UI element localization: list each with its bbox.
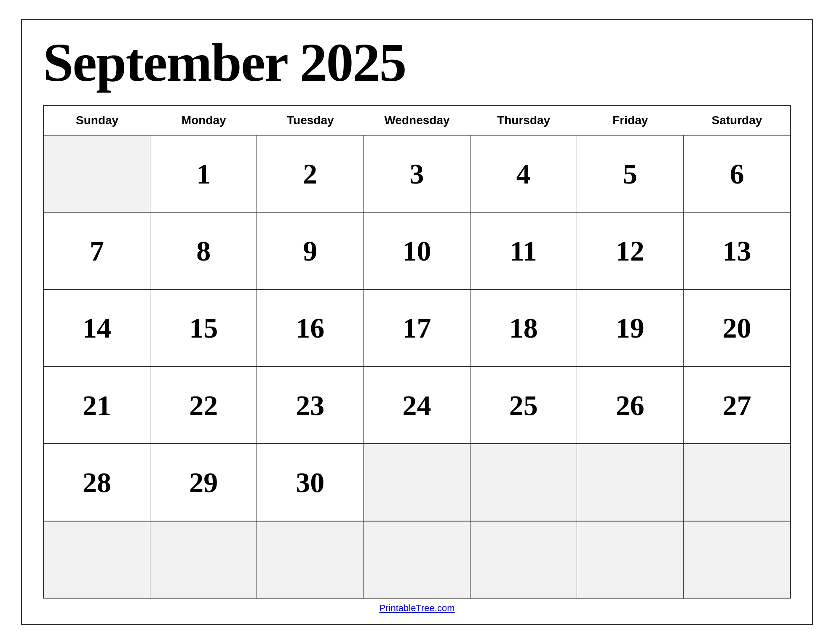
day-cell-2-6: 20 — [684, 290, 790, 366]
footer: PrintableTree.com — [43, 599, 791, 616]
day-header-thursday: Thursday — [470, 110, 577, 130]
day-cell-5-3 — [364, 522, 470, 598]
day-cell-3-5: 26 — [577, 367, 684, 443]
day-cell-2-5: 19 — [577, 290, 684, 366]
day-number-29: 29 — [159, 450, 248, 514]
day-number-27: 27 — [692, 373, 782, 437]
week-row-1: 123456 — [44, 135, 790, 212]
day-number-2: 2 — [265, 142, 355, 205]
day-cell-4-1: 29 — [150, 444, 257, 520]
day-number-9: 9 — [265, 219, 355, 282]
day-number-10: 10 — [372, 219, 461, 282]
day-header-friday: Friday — [577, 110, 684, 130]
week-row-2: 78910111213 — [44, 212, 790, 289]
day-number-24: 24 — [372, 373, 461, 437]
day-cell-4-5 — [577, 444, 684, 520]
day-number-6: 6 — [692, 142, 782, 205]
day-number-19: 19 — [585, 296, 675, 360]
week-row-3: 14151617181920 — [44, 289, 790, 366]
day-number-3: 3 — [372, 142, 461, 205]
day-header-monday: Monday — [150, 110, 257, 130]
calendar-title: September 2025 — [43, 32, 791, 93]
day-headers-row: SundayMondayTuesdayWednesdayThursdayFrid… — [44, 106, 790, 135]
day-number-23: 23 — [265, 373, 355, 437]
day-cell-1-1: 8 — [150, 213, 257, 289]
day-cell-3-6: 27 — [684, 367, 790, 443]
day-cell-1-3: 10 — [364, 213, 470, 289]
day-number-30: 30 — [265, 450, 355, 514]
day-cell-2-2: 16 — [257, 290, 364, 366]
day-cell-4-4 — [470, 444, 577, 520]
day-header-saturday: Saturday — [684, 110, 790, 130]
day-number-18: 18 — [479, 296, 568, 360]
day-cell-5-6 — [684, 522, 790, 598]
day-number-25: 25 — [479, 373, 568, 437]
day-cell-3-0: 21 — [44, 367, 150, 443]
day-cell-5-1 — [150, 522, 257, 598]
day-number-8: 8 — [159, 219, 248, 282]
day-cell-5-0 — [44, 522, 150, 598]
calendar-grid: SundayMondayTuesdayWednesdayThursdayFrid… — [43, 105, 791, 599]
calendar-container: September 2025 SundayMondayTuesdayWednes… — [21, 19, 813, 625]
day-cell-3-4: 25 — [470, 367, 577, 443]
day-cell-1-0: 7 — [44, 213, 150, 289]
day-number-26: 26 — [585, 373, 675, 437]
day-number-1: 1 — [159, 142, 248, 205]
day-cell-4-0: 28 — [44, 444, 150, 520]
day-cell-1-6: 13 — [684, 213, 790, 289]
day-cell-0-4: 4 — [470, 136, 577, 212]
day-cell-0-3: 3 — [364, 136, 470, 212]
day-number-28: 28 — [52, 450, 142, 514]
day-cell-3-3: 24 — [364, 367, 470, 443]
day-cell-1-2: 9 — [257, 213, 364, 289]
day-number-16: 16 — [265, 296, 355, 360]
day-cell-2-3: 17 — [364, 290, 470, 366]
day-cell-2-4: 18 — [470, 290, 577, 366]
day-cell-4-3 — [364, 444, 470, 520]
day-cell-0-6: 6 — [684, 136, 790, 212]
week-row-6 — [44, 521, 790, 598]
day-cell-3-2: 23 — [257, 367, 364, 443]
day-number-12: 12 — [585, 219, 675, 282]
day-cell-0-0 — [44, 136, 150, 212]
day-header-wednesday: Wednesday — [364, 110, 470, 130]
day-number-20: 20 — [692, 296, 782, 360]
day-cell-3-1: 22 — [150, 367, 257, 443]
day-cell-5-4 — [470, 522, 577, 598]
day-number-17: 17 — [372, 296, 461, 360]
day-cell-1-4: 11 — [470, 213, 577, 289]
day-cell-2-1: 15 — [150, 290, 257, 366]
week-row-5: 282930 — [44, 443, 790, 520]
week-row-4: 21222324252627 — [44, 366, 790, 443]
day-number-5: 5 — [585, 142, 675, 205]
day-number-21: 21 — [52, 373, 142, 437]
day-cell-0-1: 1 — [150, 136, 257, 212]
day-cell-0-2: 2 — [257, 136, 364, 212]
day-cell-2-0: 14 — [44, 290, 150, 366]
calendar-weeks: 1234567891011121314151617181920212223242… — [44, 135, 790, 598]
day-cell-1-5: 12 — [577, 213, 684, 289]
day-cell-0-5: 5 — [577, 136, 684, 212]
day-number-4: 4 — [479, 142, 568, 205]
day-number-11: 11 — [479, 219, 568, 282]
day-cell-5-5 — [577, 522, 684, 598]
day-number-7: 7 — [52, 219, 142, 282]
day-number-14: 14 — [52, 296, 142, 360]
day-cell-4-6 — [684, 444, 790, 520]
day-header-tuesday: Tuesday — [257, 110, 364, 130]
day-header-sunday: Sunday — [44, 110, 150, 130]
day-cell-4-2: 30 — [257, 444, 364, 520]
day-number-13: 13 — [692, 219, 782, 282]
day-number-22: 22 — [159, 373, 248, 437]
footer-link[interactable]: PrintableTree.com — [380, 603, 455, 613]
day-number-15: 15 — [159, 296, 248, 360]
day-cell-5-2 — [257, 522, 364, 598]
